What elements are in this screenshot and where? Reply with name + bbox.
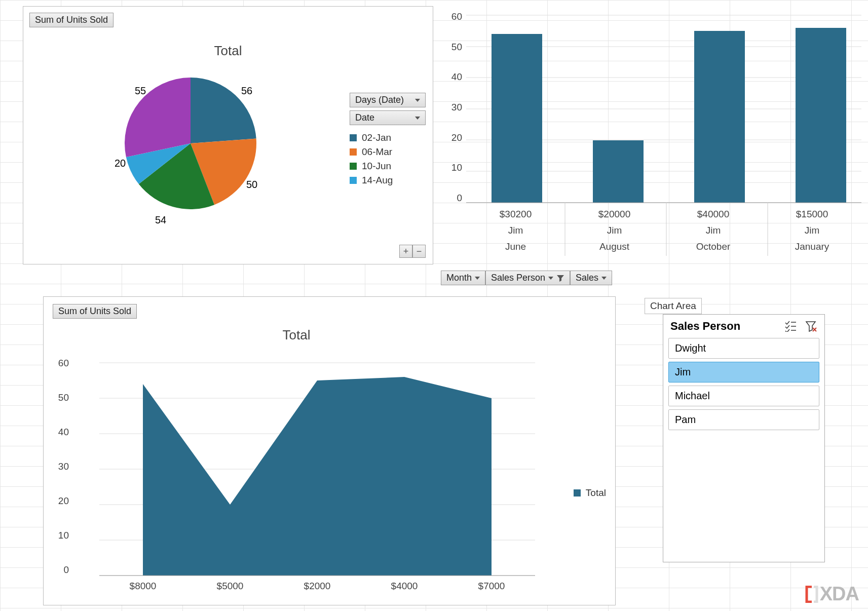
bar-cat-person: Jim bbox=[763, 225, 861, 236]
legend-item: 06-Mar bbox=[350, 146, 426, 158]
bar-ytick: 60 bbox=[447, 11, 462, 22]
chevron-down-icon bbox=[548, 277, 553, 280]
chevron-down-icon bbox=[601, 277, 607, 280]
pie-title: Total bbox=[23, 43, 433, 59]
pie-chart-container[interactable]: Sum of Units Sold Total 56 50 54 20 55 D… bbox=[23, 6, 433, 264]
minus-icon: − bbox=[417, 246, 422, 257]
bar-cat-amount: $30200 bbox=[466, 209, 565, 220]
bar-cat-amount: $20000 bbox=[565, 209, 664, 220]
pie-filter-date-label: Date bbox=[355, 112, 374, 123]
bar-ytick: 0 bbox=[447, 193, 462, 204]
area-ytick: 60 bbox=[54, 358, 69, 369]
chart-area-tooltip: Chart Area bbox=[645, 298, 702, 314]
pie-label-20: 20 bbox=[115, 158, 126, 169]
svg-rect-10 bbox=[796, 28, 846, 203]
area-ytick: 20 bbox=[54, 495, 69, 507]
area-xtick: $5000 bbox=[186, 581, 274, 592]
area-xtick: $2000 bbox=[274, 581, 361, 592]
bar-cat-month: August bbox=[565, 241, 664, 252]
slicer-item-jim[interactable]: Jim bbox=[668, 362, 819, 383]
bar-cat-month: June bbox=[466, 241, 565, 252]
bar-cat-person: Jim bbox=[664, 225, 763, 236]
area-xtick: $7000 bbox=[448, 581, 535, 592]
multi-select-icon[interactable] bbox=[784, 321, 796, 332]
bar-cat-month: January bbox=[763, 241, 861, 252]
svg-rect-7 bbox=[492, 34, 542, 203]
area-legend: Total bbox=[574, 487, 606, 499]
bar-ytick: 50 bbox=[447, 42, 462, 53]
chevron-down-icon bbox=[415, 117, 420, 120]
area-ytick: 40 bbox=[54, 427, 69, 438]
plus-icon: + bbox=[403, 246, 409, 257]
legend-item: 14-Aug bbox=[350, 175, 426, 186]
pie-filter-days-label: Days (Date) bbox=[355, 95, 404, 105]
pie-label-55: 55 bbox=[135, 85, 146, 97]
bar-cat-person: Jim bbox=[565, 225, 664, 236]
bar-ytick: 30 bbox=[447, 102, 462, 113]
slicer-item-pam[interactable]: Pam bbox=[668, 409, 819, 430]
bar-chart-container[interactable]: 0 10 20 30 40 50 60 $30200 Jim June $200… bbox=[441, 0, 866, 284]
svg-rect-8 bbox=[593, 140, 644, 203]
chevron-down-icon bbox=[475, 277, 480, 280]
pie-label-56: 56 bbox=[241, 85, 252, 97]
bar-ytick: 20 bbox=[447, 132, 462, 143]
area-field-button[interactable]: Sum of Units Sold bbox=[53, 304, 137, 319]
bar-cat-amount: $40000 bbox=[664, 209, 763, 220]
chevron-down-icon bbox=[415, 99, 420, 102]
bar-filter-sales[interactable]: Sales bbox=[570, 271, 612, 285]
legend-item: 02-Jan bbox=[350, 132, 426, 143]
area-ytick: 10 bbox=[54, 530, 69, 541]
bar-cat-person: Jim bbox=[466, 225, 565, 236]
clear-filter-icon[interactable] bbox=[805, 321, 817, 332]
bar-ytick: 10 bbox=[447, 162, 462, 173]
pie-filter-date[interactable]: Date bbox=[350, 110, 426, 125]
area-ytick: 30 bbox=[54, 461, 69, 472]
zoom-in-button[interactable]: + bbox=[399, 245, 412, 258]
bar-cat-amount: $15000 bbox=[763, 209, 861, 220]
slicer-item-michael[interactable]: Michael bbox=[668, 386, 819, 406]
zoom-out-button[interactable]: − bbox=[412, 245, 426, 258]
watermark-logo: XDA bbox=[804, 583, 859, 605]
area-chart-container[interactable]: Sum of Units Sold Total 0 10 20 30 40 50… bbox=[43, 296, 616, 605]
logo-bracket-icon bbox=[804, 586, 819, 603]
funnel-icon bbox=[556, 274, 564, 282]
slicer-sales-person[interactable]: Sales Person Dwight Jim Michael Pam bbox=[663, 314, 825, 562]
pie-field-button[interactable]: Sum of Units Sold bbox=[29, 13, 114, 27]
slicer-item-dwight[interactable]: Dwight bbox=[668, 338, 819, 359]
slicer-title: Sales Person bbox=[670, 320, 740, 333]
area-xtick: $8000 bbox=[99, 581, 186, 592]
area-xtick: $4000 bbox=[361, 581, 448, 592]
area-field-label: Sum of Units Sold bbox=[58, 306, 131, 317]
bar-cat-month: October bbox=[664, 241, 763, 252]
area-title: Total bbox=[44, 327, 549, 343]
area-svg bbox=[69, 353, 555, 596]
bar-filter-person[interactable]: Sales Person bbox=[485, 271, 570, 285]
bar-ytick: 40 bbox=[447, 71, 462, 83]
pie-svg bbox=[125, 78, 256, 209]
pie-field-label: Sum of Units Sold bbox=[35, 15, 108, 25]
area-ytick: 50 bbox=[54, 392, 69, 403]
pie-label-50: 50 bbox=[246, 179, 257, 190]
pie-filter-days[interactable]: Days (Date) bbox=[350, 93, 426, 107]
area-ytick: 0 bbox=[54, 564, 69, 576]
pie-label-54: 54 bbox=[155, 214, 166, 226]
svg-rect-9 bbox=[694, 31, 745, 203]
bar-filter-month[interactable]: Month bbox=[441, 271, 485, 285]
legend-item: 10-Jun bbox=[350, 161, 426, 172]
